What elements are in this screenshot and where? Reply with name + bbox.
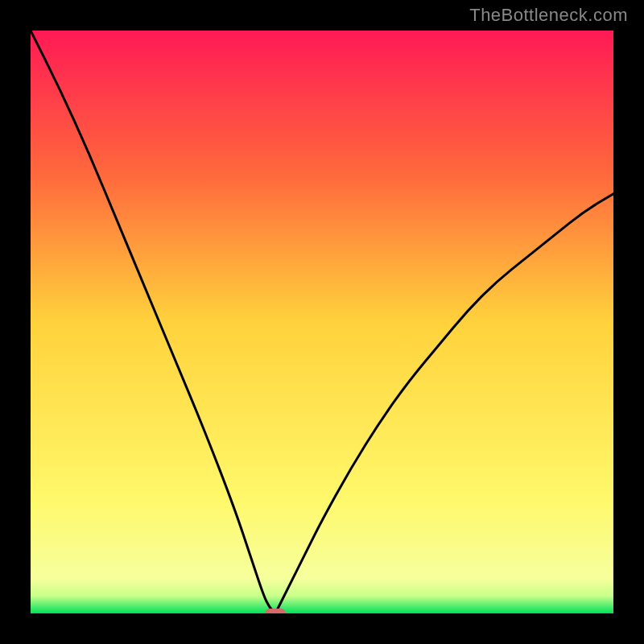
zero-marker [265,609,286,613]
gradient-background [31,31,613,613]
chart-container: TheBottleneck.com [0,0,644,644]
plot-area [31,31,613,613]
watermark-text: TheBottleneck.com [469,5,628,26]
chart-svg [31,31,613,613]
